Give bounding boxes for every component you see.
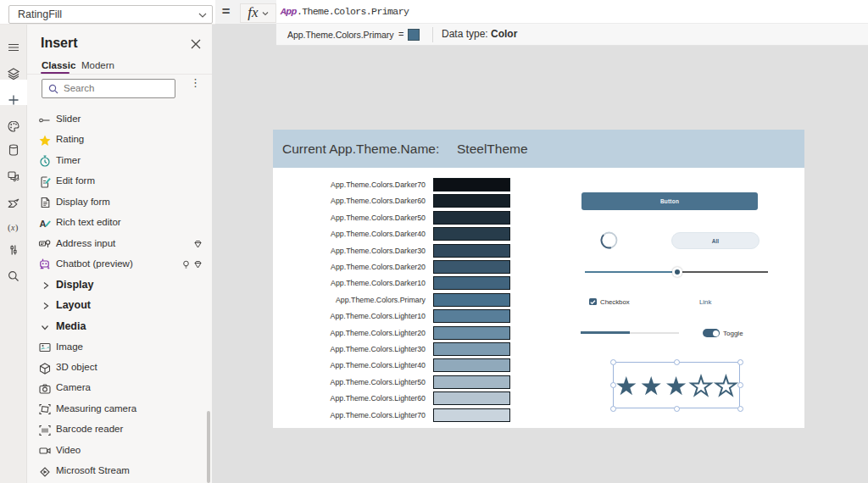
svg-text:): ) [15, 222, 19, 233]
svg-text:A: A [40, 218, 47, 228]
